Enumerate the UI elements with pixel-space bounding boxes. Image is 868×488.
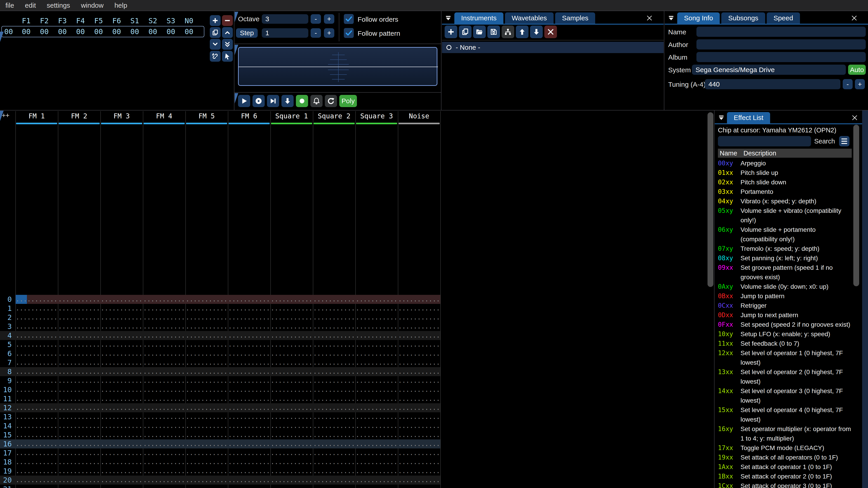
add-order-button[interactable] <box>210 15 221 26</box>
pattern-cell[interactable]: ........... <box>58 340 100 349</box>
pattern-cell[interactable]: ........... <box>228 403 270 412</box>
instrument-list-item-none[interactable]: - None - <box>442 42 664 53</box>
pattern-cell[interactable]: ........... <box>355 403 398 412</box>
pattern-row[interactable]: 3.......................................… <box>0 322 714 331</box>
pattern-cell[interactable]: ........... <box>16 322 58 331</box>
remove-order-button[interactable] <box>222 15 233 26</box>
pattern-cell[interactable]: ........... <box>16 367 58 376</box>
pattern-cell[interactable]: ........... <box>228 449 270 457</box>
pattern-cell[interactable]: ........... <box>100 313 143 322</box>
pattern-cell[interactable]: ........... <box>270 295 313 304</box>
pattern-row[interactable]: 14......................................… <box>0 421 714 430</box>
pattern-cell[interactable]: ........... <box>398 403 440 412</box>
pattern-cell[interactable]: ........... <box>313 385 355 394</box>
pattern-cell[interactable]: ........... <box>58 385 100 394</box>
pattern-cell[interactable]: ........... <box>270 476 313 485</box>
pattern-cell[interactable]: ........... <box>398 367 440 376</box>
step-one-row-button[interactable] <box>281 95 293 107</box>
pattern-cell[interactable]: ........... <box>58 304 100 313</box>
pattern-cell[interactable]: ........... <box>143 304 185 313</box>
pattern-cell[interactable]: ........... <box>355 304 398 313</box>
pattern-cell[interactable]: ........... <box>355 331 398 340</box>
order-change-mode-button[interactable] <box>222 51 233 62</box>
pattern-cell[interactable]: ........... <box>313 394 355 403</box>
menu-item-help[interactable]: help <box>109 0 133 11</box>
pattern-cell[interactable]: ........... <box>143 376 185 385</box>
pattern-cell[interactable]: ........... <box>16 457 58 466</box>
close-effect-list-button[interactable] <box>850 113 859 122</box>
move-order-up-button[interactable] <box>222 27 233 38</box>
tab-instruments[interactable]: Instruments <box>454 12 503 24</box>
pattern-cell[interactable]: ........... <box>143 449 185 457</box>
effect-list-entry[interactable]: 17xxToggle PCM mode (LEGACY) <box>718 443 853 453</box>
pattern-cell[interactable]: ........... <box>398 449 440 457</box>
effect-list-entry[interactable]: 11xxSet feedback (0 to 7) <box>718 339 853 348</box>
tab-samples[interactable]: Samples <box>555 12 595 24</box>
effect-list-entry[interactable]: 0CxxRetrigger <box>718 301 853 311</box>
pattern-cell[interactable]: ........... <box>16 440 58 449</box>
pattern-cell[interactable]: ........... <box>355 376 398 385</box>
pattern-row[interactable]: 20......................................… <box>0 476 714 485</box>
pattern-cell[interactable]: ........... <box>270 331 313 340</box>
pattern-cell[interactable]: ........... <box>100 449 143 457</box>
pattern-cell[interactable]: ........... <box>228 466 270 476</box>
close-instruments-button[interactable] <box>645 14 654 22</box>
pattern-cell[interactable]: ........... <box>100 340 143 349</box>
pattern-cell[interactable]: ........... <box>270 485 313 488</box>
pattern-cell[interactable]: ........... <box>270 440 313 449</box>
pattern-cell[interactable]: ........... <box>313 403 355 412</box>
pattern-cell[interactable]: ........... <box>398 295 440 304</box>
pattern-row[interactable]: 21......................................… <box>0 485 714 488</box>
pattern-cell[interactable]: ........... <box>100 358 143 367</box>
pattern-cell[interactable]: ........... <box>270 412 313 421</box>
pattern-row[interactable]: 1.......................................… <box>0 304 714 313</box>
pattern-cell[interactable]: ........... <box>270 376 313 385</box>
pattern-cell[interactable]: ........... <box>185 385 228 394</box>
pattern-cell[interactable]: ........... <box>16 376 58 385</box>
pattern-cell[interactable]: ........... <box>143 358 185 367</box>
pattern-row[interactable]: 4.......................................… <box>0 331 714 340</box>
pattern-scrollbar[interactable] <box>708 112 713 287</box>
effect-list-entry[interactable]: 06xyVolume slide + portamento (compatibi… <box>718 225 853 244</box>
add-instrument-button[interactable] <box>445 26 457 38</box>
pattern-cell[interactable]: ........... <box>58 466 100 476</box>
open-instrument-button[interactable] <box>473 26 486 38</box>
effect-list-entry[interactable]: 0AxyVolume slide (0y: down; x0: up) <box>718 282 853 291</box>
pattern-cell[interactable]: ........... <box>398 349 440 358</box>
effect-list-entry[interactable]: 14xxSet level of operator 3 (0 highest, … <box>718 386 853 405</box>
pattern-row[interactable]: 17......................................… <box>0 449 714 457</box>
channel-header-fm-5[interactable]: FM 5 <box>185 112 228 120</box>
duplicate-instrument-button[interactable] <box>459 26 471 38</box>
menu-item-edit[interactable]: edit <box>20 0 41 11</box>
tuning-field[interactable]: 440 <box>705 79 840 89</box>
pattern-cell[interactable]: ........... <box>355 340 398 349</box>
effect-list-entry[interactable]: 01xxPitch slide up <box>718 168 853 177</box>
pattern-cell[interactable]: ........... <box>58 485 100 488</box>
pattern-cell[interactable]: ........... <box>313 358 355 367</box>
pattern-cell[interactable]: ........... <box>270 304 313 313</box>
duplicate-order-end-button[interactable] <box>222 39 233 50</box>
pattern-cell[interactable]: ........... <box>16 476 58 485</box>
effect-list-entry[interactable]: 04xyVibrato (x: speed; y: depth) <box>718 197 853 206</box>
tab-effect-list[interactable]: Effect List <box>727 112 770 123</box>
panel-collapse-button[interactable] <box>717 113 725 122</box>
move-order-down-button[interactable] <box>210 39 221 50</box>
effect-list-entry[interactable]: 1AxxSet attack of operator 1 (0 to 1F) <box>718 462 853 472</box>
pattern-cell[interactable]: ........... <box>185 412 228 421</box>
pattern-cell[interactable]: ........... <box>143 430 185 440</box>
pattern-cell[interactable]: ........... <box>228 349 270 358</box>
pattern-cell[interactable]: ........... <box>355 295 398 304</box>
order-value[interactable]: 00 <box>17 26 35 37</box>
pattern-cell[interactable]: ........... <box>185 295 228 304</box>
pattern-cell[interactable]: ........... <box>398 466 440 476</box>
effect-search-input[interactable] <box>718 136 811 147</box>
pattern-cell[interactable]: ........... <box>313 466 355 476</box>
step-minus-button[interactable]: - <box>311 28 321 38</box>
pattern-row[interactable]: 12......................................… <box>0 403 714 412</box>
pattern-cell[interactable]: ........... <box>185 340 228 349</box>
pattern-cell[interactable]: ........... <box>313 449 355 457</box>
menu-item-settings[interactable]: settings <box>41 0 75 11</box>
pattern-row[interactable]: 15......................................… <box>0 430 714 440</box>
pattern-row[interactable]: 18......................................… <box>0 457 714 466</box>
pattern-cell[interactable]: ........... <box>16 385 58 394</box>
